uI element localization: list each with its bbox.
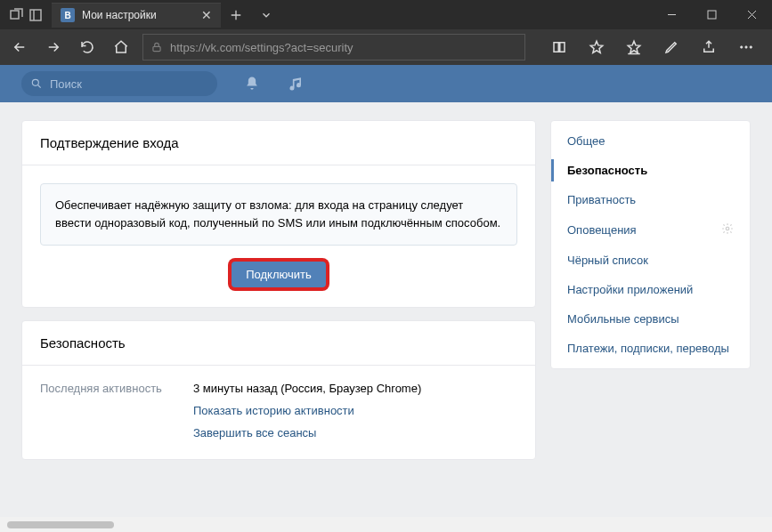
last-activity-label: Последняя активность: [40, 382, 174, 439]
address-bar[interactable]: https://vk.com/settings?act=security: [142, 34, 525, 60]
two-factor-info: Обеспечивает надёжную защиту от взлома: …: [40, 183, 517, 246]
back-button[interactable]: [7, 35, 32, 60]
two-factor-card: Подтверждение входа Обеспечивает надёжну…: [21, 120, 536, 308]
scrollbar-thumb[interactable]: [7, 521, 114, 528]
favorites-bar-icon[interactable]: [621, 34, 647, 60]
sidebar-item-general[interactable]: Общее: [551, 126, 750, 156]
enable-button[interactable]: Подключить: [232, 262, 326, 287]
content-wrap: Подтверждение входа Обеспечивает надёжну…: [0, 102, 772, 478]
titlebar-left-icons: [0, 8, 52, 22]
card-title: Подтверждение входа: [22, 121, 535, 165]
sidebar-item-security[interactable]: Безопасность: [551, 156, 750, 185]
gear-icon[interactable]: [721, 222, 734, 238]
share-icon[interactable]: [695, 34, 722, 60]
search-icon: [30, 77, 43, 90]
forward-button[interactable]: [41, 35, 66, 60]
maximize-button[interactable]: [692, 0, 732, 29]
search-input[interactable]: Поиск: [21, 71, 217, 96]
security-card: Безопасность Последняя активность 3 мину…: [21, 320, 536, 460]
sidebar-card: Общее Безопасность Приватность Оповещени…: [550, 120, 751, 369]
svg-rect-2: [708, 11, 716, 19]
main-column: Подтверждение входа Обеспечивает надёжну…: [21, 120, 536, 460]
end-all-sessions-link[interactable]: Завершить все сеансы: [193, 426, 421, 439]
sidebar-item-payments[interactable]: Платежи, подписки, переводы: [551, 334, 750, 363]
home-button[interactable]: [109, 35, 134, 60]
show-activity-history-link[interactable]: Показать историю активности: [193, 404, 421, 417]
more-icon[interactable]: [733, 34, 760, 60]
tab-title: Мои настройки: [82, 9, 157, 21]
vk-favicon: B: [61, 8, 75, 22]
url-text: https://vk.com/settings?act=security: [170, 41, 353, 54]
minimize-button[interactable]: [652, 0, 692, 29]
svg-point-7: [32, 79, 38, 85]
tab-strip: B Мои настройки ✕: [52, 0, 281, 29]
toolbar-right: [546, 34, 765, 60]
svg-rect-0: [11, 11, 19, 19]
svg-point-4: [741, 46, 743, 48]
sidebar-item-privacy[interactable]: Приватность: [551, 185, 750, 214]
music-icon[interactable]: [287, 74, 306, 93]
sidebar: Общее Безопасность Приватность Оповещени…: [550, 120, 751, 460]
horizontal-scrollbar[interactable]: [0, 517, 772, 532]
page-viewport: Поиск Подтверждение входа Обеспечивает н…: [0, 65, 772, 532]
sidebar-item-blacklist[interactable]: Чёрный список: [551, 246, 750, 275]
tab-active[interactable]: B Мои настройки ✕: [52, 3, 221, 28]
browser-titlebar: B Мои настройки ✕: [0, 0, 772, 29]
browser-toolbar: https://vk.com/settings?act=security: [0, 29, 772, 65]
sidebar-item-mobile[interactable]: Мобильные сервисы: [551, 304, 750, 334]
svg-point-8: [726, 227, 729, 230]
lock-icon: [150, 41, 163, 53]
refresh-button[interactable]: [75, 35, 100, 60]
svg-rect-3: [153, 46, 160, 51]
search-placeholder: Поиск: [50, 77, 82, 91]
close-icon[interactable]: ✕: [201, 8, 212, 22]
last-activity-value: 3 минуты назад (Россия, Браузер Chrome): [193, 382, 421, 395]
set-aside-tabs-icon[interactable]: [28, 8, 43, 22]
svg-point-5: [745, 46, 747, 48]
favorite-icon[interactable]: [583, 34, 610, 60]
sidebar-item-label: Оповещения: [567, 223, 637, 237]
notifications-icon[interactable]: [242, 74, 262, 93]
security-title: Безопасность: [22, 321, 535, 366]
sidebar-item-apps[interactable]: Настройки приложений: [551, 275, 750, 304]
tab-overflow-icon[interactable]: [251, 3, 281, 28]
reading-view-icon[interactable]: [546, 34, 573, 60]
notes-icon[interactable]: [658, 34, 685, 60]
svg-rect-1: [30, 10, 41, 20]
svg-point-6: [750, 46, 752, 48]
window-controls: [652, 0, 772, 29]
new-tab-button[interactable]: [221, 3, 251, 28]
sidebar-item-notifications[interactable]: Оповещения: [551, 214, 750, 246]
close-window-button[interactable]: [732, 0, 772, 29]
vk-header: Поиск: [0, 65, 772, 102]
tabs-overview-icon[interactable]: [9, 8, 23, 22]
